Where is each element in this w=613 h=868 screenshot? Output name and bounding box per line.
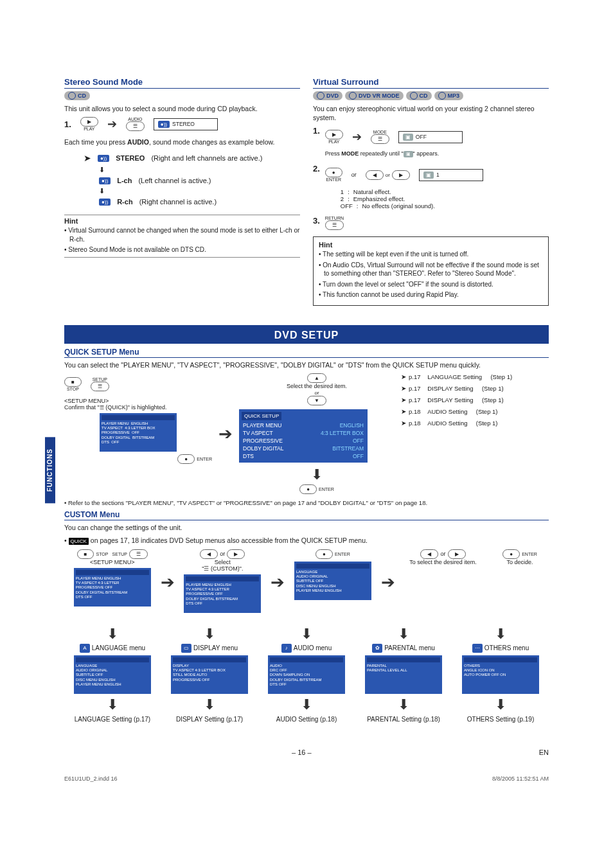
down-arrow-icon: ⬇: [161, 626, 258, 642]
play-button-icon: ▶: [80, 117, 98, 127]
page-ref: p.17: [409, 385, 421, 392]
return-label: RETURN: [325, 216, 344, 220]
virtual-step-2: 2. ● ENTER or ◀ or ▶: [313, 164, 549, 209]
quick-tag: QUICK: [69, 538, 89, 545]
page-footer: – 16 – EN: [64, 748, 549, 756]
osd-text: 1: [436, 172, 440, 178]
dvd-badge: DVD: [313, 91, 342, 100]
down-arrow-icon: ⬇: [452, 696, 549, 713]
play-button-icon: ▶: [325, 130, 343, 139]
arrow-right-icon: ➔: [107, 117, 117, 131]
down-arrow-icon: ⬇: [64, 696, 161, 713]
setup-button-icon: ☰: [129, 549, 148, 559]
hint-item: Stereo Sound Mode is not available on DT…: [64, 245, 300, 254]
osd-row-key: DOLBY DIGITAL: [243, 445, 283, 452]
custom-quick-note: • QUICK on pages 17, 18 indicates DVD Se…: [64, 536, 549, 545]
lang-code: EN: [539, 748, 549, 756]
mini-osd: OTHERSANGLE ICON ONAUTO POWER OFF ON: [462, 655, 539, 694]
stereo-sound-mode-section: Stereo Sound Mode CD This unit allows yo…: [64, 77, 300, 310]
effect-val: No effects (original sound).: [362, 202, 434, 209]
menu-col-parental: ⬇ ✿PARENTAL menu PARENTALPARENTAL LEVEL …: [355, 624, 452, 723]
page-ref: p.18: [409, 420, 421, 427]
osd-row-val: ENGLISH: [340, 422, 364, 429]
menu-title: AUDIO menu: [294, 644, 332, 651]
step-ref: (Step 1): [482, 385, 504, 392]
down-arrow-icon: ⬇: [258, 696, 355, 713]
osd-stereo-display: ●)) STEREO: [154, 118, 218, 130]
play-label: PLAY: [80, 127, 98, 131]
confirm-quick-caption: Confirm that "☰ (QUICK)" is highlighted.: [64, 404, 212, 411]
setting-name: DISPLAY Setting: [427, 396, 473, 403]
pointer-icon: ➤: [84, 153, 91, 163]
print-timestamp: 8/8/2005 11:52:51 AM: [492, 775, 549, 782]
custom-flow-top: ■ STOP SETUP ☰ <SETUP MENU> PLAYER MENU …: [64, 549, 549, 616]
menu-col-others: ⬇ ⋯OTHERS menu OTHERSANGLE ICON ONAUTO P…: [452, 624, 549, 723]
mode-label: STEREO: [116, 154, 145, 162]
print-footer: E61U1UD_2.indd 16 8/8/2005 11:52:51 AM: [64, 775, 549, 782]
setup-label: SETUP: [112, 552, 127, 556]
mode-desc: (Left channel is active.): [138, 177, 211, 184]
mode-chip-lch: ●)): [99, 177, 111, 184]
menu-title: DISPLAY menu: [193, 644, 238, 651]
stop-label: STOP: [96, 552, 109, 556]
arrow-right-icon: ➔: [381, 572, 395, 592]
custom-menu-grid: ⬇ ALANGUAGE menu LANGUAGEAUDIO ORIGINALS…: [64, 624, 549, 723]
down-arrow-icon: ⬇: [64, 626, 161, 642]
menu-col-display: ⬇ ▭DISPLAY menu DISPLAYTV ASPECT 4:3 LET…: [161, 624, 258, 723]
right-button-icon: ▶: [448, 549, 466, 559]
hint-title: Hint: [64, 215, 300, 225]
mode-label: MODE: [371, 130, 389, 134]
mini-osd: LANGUAGEAUDIO ORIGINALSUBTITLE OFFDISC M…: [74, 655, 151, 694]
vs-icon: ▣: [403, 134, 413, 141]
setting-ref: PARENTAL Setting (p.18): [355, 716, 452, 723]
step-number: 1.: [64, 120, 71, 129]
sound-mode-list: ➤ ●)) STEREO (Right and left channels ar…: [84, 153, 300, 206]
virtual-heading: Virtual Surround: [313, 77, 549, 89]
down-arrow-icon: ⬇: [99, 166, 300, 174]
menu-col-audio: ⬇ ♪AUDIO menu AUDIODRC OFFDOWN SAMPLING …: [258, 624, 355, 723]
page-ref: p.18: [409, 408, 421, 415]
page-number: – 16 –: [64, 748, 539, 756]
enter-label: ENTER: [319, 487, 334, 492]
down-button-icon: ▼: [307, 396, 326, 405]
to-select-caption: To select the desired item.: [395, 559, 492, 565]
menu-title: LANGUAGE menu: [92, 644, 145, 651]
hint-item: This function cannot be used during Rapi…: [319, 290, 543, 299]
display-icon: ▭: [181, 644, 191, 653]
step-ref: (Step 1): [476, 420, 498, 427]
step-ref: (Step 1): [476, 408, 498, 415]
down-arrow-icon: ⬇: [99, 187, 300, 195]
others-icon: ⋯: [472, 644, 483, 653]
setup-label: SETUP: [91, 377, 109, 382]
osd-row-val: 4:3 LETTER BOX: [321, 430, 364, 436]
vs-icon: ▣: [423, 172, 434, 179]
down-arrow-icon: ⬇: [355, 626, 452, 642]
menu-title: OTHERS menu: [484, 644, 529, 651]
press-mode-caption: Press MODE repeatedly until "▣" appears.: [325, 150, 549, 157]
custom-menu-heading: CUSTOM Menu: [64, 510, 549, 520]
effect-val: Natural effect.: [353, 188, 391, 195]
setting-ref: DISPLAY Setting (p.17): [161, 716, 258, 723]
setting-name: AUDIO Setting: [427, 408, 467, 415]
osd-vs-off: ▣ OFF: [398, 131, 463, 143]
arrow-right-icon: ➔: [271, 572, 285, 592]
quick-setup-osd: QUICK SETUP PLAYER MENUENGLISH TV ASPECT…: [239, 409, 368, 463]
osd-row-key: PLAYER MENU: [243, 422, 281, 429]
left-button-icon: ◀: [420, 549, 438, 559]
osd-row-val: OFF: [353, 438, 364, 444]
left-button-icon: ◀: [200, 549, 218, 559]
arrow-right-icon: ➔: [218, 424, 233, 444]
hint-item: Turn down the level or select "OFF" if t…: [319, 280, 543, 289]
down-arrow-icon: ⬇: [239, 466, 395, 483]
osd-vs-1: ▣ 1: [419, 169, 483, 181]
stop-label: STOP: [64, 387, 82, 391]
right-button-icon: ▶: [227, 549, 245, 559]
select-item-label: Select the desired item.: [239, 383, 395, 389]
step-number: 2.: [313, 164, 320, 173]
custom-intro: You can change the settings of the unit.: [64, 523, 549, 532]
play-label: PLAY: [325, 139, 343, 144]
select-custom-caption: Select"☰ (CUSTOM)".: [175, 559, 271, 572]
hint-title: Hint: [319, 241, 543, 249]
language-icon: A: [80, 644, 90, 653]
quick-intro: You can select the "PLAYER MENU", "TV AS…: [64, 360, 549, 369]
